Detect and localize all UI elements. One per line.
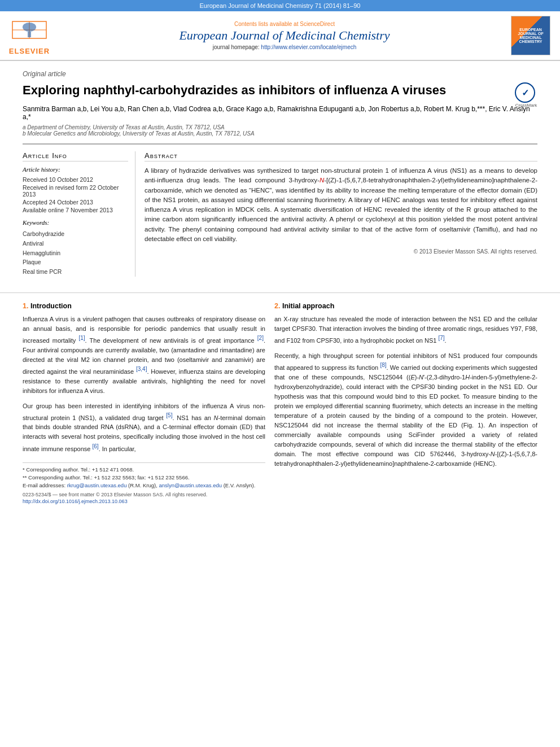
initial-approach-title: Initial approach — [282, 302, 334, 310]
journal-citation-bar: European Journal of Medicinal Chemistry … — [0, 0, 560, 11]
ref-5: [5] — [166, 412, 172, 418]
keywords-list: Carbohydrazide Antiviral Hemagglutinin P… — [23, 229, 128, 277]
emails-label: E-mail addresses: — [23, 482, 65, 488]
affiliation-a: a Department of Chemistry, University of… — [23, 124, 537, 130]
journal-citation-text: European Journal of Medicinal Chemistry … — [200, 2, 361, 9]
initial-approach-num: 2. — [274, 302, 280, 310]
left-column: 1. Introduction Influenza A virus is a v… — [23, 302, 265, 504]
keyword-2: Antiviral — [23, 239, 128, 248]
issn-line: 0223-5234/$ — see front matter © 2013 El… — [23, 492, 265, 497]
journal-header: ELSEVIER Contents lists available at Sci… — [0, 11, 560, 61]
copyright-notice: © 2013 Elsevier Masson SAS. All rights r… — [145, 248, 537, 255]
article-title: Exploring naphthyl-carbohydrazides as in… — [23, 82, 509, 99]
intro-para-2: Our group has been interested in identif… — [23, 401, 265, 454]
doi-line[interactable]: http://dx.doi.org/10.1016/j.ejmech.2013.… — [23, 499, 265, 504]
ref-7: [7] — [438, 335, 444, 341]
elsevier-wordmark: ELSEVIER — [9, 47, 50, 55]
title-row: Exploring naphthyl-carbohydrazides as in… — [23, 82, 537, 105]
footnote-issn-section: 0223-5234/$ — see front matter © 2013 El… — [23, 492, 265, 504]
affiliations: a Department of Chemistry, University of… — [23, 124, 537, 137]
main-content: 1. Introduction Influenza A virus is a v… — [0, 292, 560, 513]
approach-para-2: Recently, a high throughput screen for p… — [274, 351, 537, 469]
ref-2: [2] — [257, 335, 264, 341]
journal-logo-box-container: EUROPEAN JOURNAL OF MEDICINAL CHEMISTRY — [508, 16, 553, 55]
accepted-date: Accepted 24 October 2013 — [23, 199, 128, 206]
article-info-panel: Article Info Article history: Received 1… — [23, 151, 135, 277]
elsevier-logo: ELSEVIER — [7, 16, 52, 55]
keywords-label: Keywords: — [23, 219, 128, 226]
homepage-link: journal homepage: http://www.elsevier.co… — [61, 44, 508, 50]
authors-line: Sanmitra Barman a,b, Lei You a,b, Ran Ch… — [23, 105, 537, 121]
title-container: Exploring naphthyl-carbohydrazides as in… — [23, 82, 509, 104]
ref-3-4: [3,4] — [136, 366, 147, 372]
info-abstract-section: Article Info Article history: Received 1… — [23, 143, 537, 277]
abstract-text: A library of hydrazide derivatives was s… — [145, 166, 537, 244]
article-body: Original article Exploring naphthyl-carb… — [0, 61, 560, 292]
sciencedirect-link: Contents lists available at ScienceDirec… — [61, 21, 508, 27]
footnotes-section: * Corresponding author. Tel.: +1 512 471… — [23, 462, 265, 504]
introduction-heading: 1. Introduction — [23, 302, 265, 310]
keyword-4: Plaque — [23, 257, 128, 267]
footnote-corresponding-2: ** Corresponding author. Tel.: +1 512 23… — [23, 474, 265, 480]
crossmark-badge: ✓ CrossMark — [515, 82, 537, 105]
journal-center: Contents lists available at ScienceDirec… — [61, 21, 508, 50]
history-label: Article history: — [23, 166, 128, 173]
approach-para-1: an X-ray structure has revealed the mode… — [274, 314, 537, 346]
article-type: Original article — [23, 70, 537, 78]
journal-title: European Journal of Medicinal Chemistry — [61, 28, 508, 43]
footnote-emails: E-mail addresses: rkrug@austin.utexas.ed… — [23, 482, 265, 488]
email-krug[interactable]: rkrug@austin.utexas.edu — [67, 482, 127, 488]
received-revised-date: Received in revised form 22 October 2013 — [23, 184, 128, 198]
svg-point-3 — [23, 23, 36, 32]
introduction-title: Introduction — [30, 302, 72, 310]
initial-approach-heading: 2. Initial approach — [274, 302, 537, 310]
crossmark-icon: ✓ — [515, 82, 535, 103]
journal-logo-box: EUROPEAN JOURNAL OF MEDICINAL CHEMISTRY — [511, 16, 550, 55]
keyword-5: Real time PCR — [23, 267, 128, 277]
keywords-section: Keywords: Carbohydrazide Antiviral Hemag… — [23, 219, 128, 277]
keyword-1: Carbohydrazide — [23, 229, 128, 239]
keyword-3: Hemagglutinin — [23, 248, 128, 258]
elsevier-logo-svg — [10, 16, 49, 47]
abstract-panel: Abstract A library of hydrazide derivati… — [145, 151, 537, 277]
article-info-title: Article Info — [23, 151, 128, 161]
email-anslyn[interactable]: anslyn@austin.utexas.edu — [159, 482, 222, 488]
footnote-corresponding-1: * Corresponding author. Tel.: +1 512 471… — [23, 466, 265, 473]
received-date: Received 10 October 2012 — [23, 176, 128, 183]
affiliation-b: b Molecular Genetics and Microbiology, U… — [23, 130, 537, 137]
ref-8: [8] — [380, 362, 386, 368]
available-online-date: Available online 7 November 2013 — [23, 207, 128, 213]
ref-6: [6] — [93, 443, 99, 449]
svg-rect-4 — [28, 32, 31, 37]
abstract-title: Abstract — [145, 151, 537, 161]
ref-1: [1] — [78, 335, 85, 341]
right-column: 2. Initial approach an X-ray structure h… — [274, 302, 537, 504]
introduction-num: 1. — [23, 302, 28, 310]
intro-para-1: Influenza A virus is a virulent pathogen… — [23, 314, 265, 396]
